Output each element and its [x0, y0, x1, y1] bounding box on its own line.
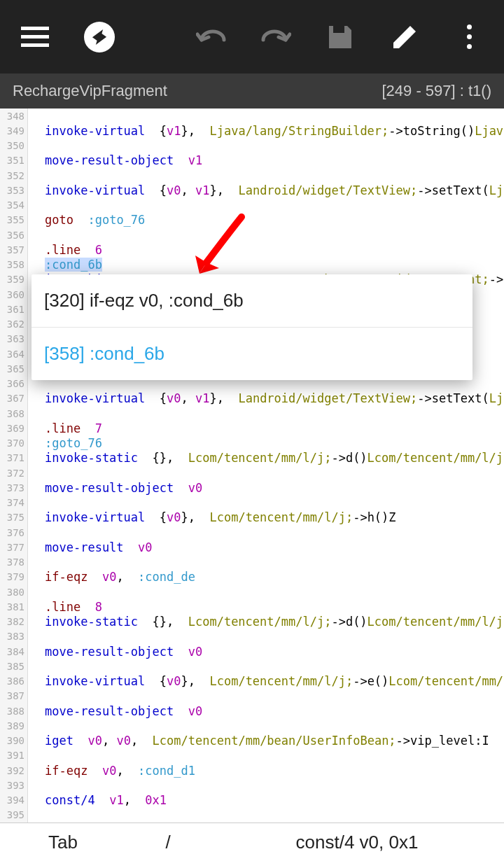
code-line[interactable]: 350	[0, 139, 504, 153]
line-number: 379	[0, 571, 28, 582]
code-line[interactable]: 376	[0, 525, 504, 540]
code-line[interactable]: 375invoke-virtual {v0}, Lcom/tencent/mm/…	[0, 510, 504, 525]
line-number: 367	[0, 393, 28, 404]
code-content: invoke-virtual {v0, v1}, Landroid/widget…	[28, 183, 504, 197]
code-content: if-eqz v0, :cond_d1	[28, 764, 504, 778]
code-line[interactable]: 373move-result-object v0	[0, 480, 504, 495]
code-content: invoke-static {}, Lcom/tencent/mm/l/j;->…	[28, 615, 504, 629]
line-number: 368	[0, 408, 28, 419]
code-line[interactable]: 381.line 8	[0, 599, 504, 614]
bottom-toolbar: Tab / const/4 v0, 0x1	[0, 822, 504, 861]
line-number: 358	[0, 259, 28, 270]
code-line[interactable]: 384move-result-object v0	[0, 644, 504, 659]
code-content: move-result v0	[28, 540, 504, 554]
code-content: move-result-object v1	[28, 153, 504, 167]
line-number: 395	[0, 809, 28, 820]
popup-result-item[interactable]: [358] :cond_6b	[31, 328, 472, 380]
code-line[interactable]: 388move-result-object v0	[0, 704, 504, 718]
search-results-popup: [320] if-eqz v0, :cond_6b [358] :cond_6b	[31, 274, 472, 380]
code-line[interactable]: 374	[0, 496, 504, 510]
code-line[interactable]: 356	[0, 227, 504, 242]
line-number: 374	[0, 497, 28, 508]
line-number: 364	[0, 349, 28, 360]
code-line[interactable]: 348	[0, 108, 504, 123]
line-number: 389	[0, 720, 28, 732]
code-content: move-result-object v0	[28, 645, 504, 659]
code-line[interactable]: 382invoke-static {}, Lcom/tencent/mm/l/j…	[0, 615, 504, 629]
line-number: 348	[0, 111, 28, 122]
line-number: 392	[0, 765, 28, 776]
code-line[interactable]: 380	[0, 584, 504, 599]
line-number: 394	[0, 794, 28, 806]
line-number: 382	[0, 616, 28, 627]
menu-icon[interactable]	[20, 22, 50, 52]
line-number: 356	[0, 230, 28, 241]
code-line[interactable]: 357.line 6	[0, 242, 504, 257]
popup-result-item[interactable]: [320] if-eqz v0, :cond_6b	[31, 274, 472, 328]
line-number: 370	[0, 438, 28, 449]
line-number: 352	[0, 170, 28, 181]
line-number: 359	[0, 274, 28, 285]
code-line[interactable]: 352	[0, 168, 504, 183]
code-line[interactable]: 389	[0, 718, 504, 733]
code-content: invoke-virtual {v1}, Ljava/lang/StringBu…	[28, 124, 504, 138]
line-number: 372	[0, 468, 28, 479]
code-line[interactable]: 390iget v0, v0, Lcom/tencent/mm/bean/Use…	[0, 734, 504, 748]
line-number: 363	[0, 333, 28, 344]
code-line[interactable]: 370:goto_76	[0, 436, 504, 451]
edit-icon[interactable]	[389, 22, 420, 52]
code-line[interactable]: 349invoke-virtual {v1}, Ljava/lang/Strin…	[0, 123, 504, 138]
compass-icon[interactable]	[84, 22, 115, 52]
tab-button[interactable]: Tab	[0, 832, 126, 853]
line-number: 354	[0, 200, 28, 211]
line-number: 381	[0, 601, 28, 612]
code-line[interactable]: 377move-result v0	[0, 540, 504, 554]
line-number: 349	[0, 125, 28, 136]
code-line[interactable]: 358:cond_6b	[0, 258, 504, 272]
code-content: .line 6	[28, 243, 504, 257]
code-content: invoke-virtual {v0}, Lcom/tencent/mm/l/j…	[28, 510, 504, 524]
code-line[interactable]: 355goto :goto_76	[0, 213, 504, 227]
code-line[interactable]: 371invoke-static {}, Lcom/tencent/mm/l/j…	[0, 451, 504, 465]
save-icon[interactable]	[325, 22, 356, 52]
code-line[interactable]: 386invoke-virtual {v0}, Lcom/tencent/mm/…	[0, 674, 504, 689]
code-line[interactable]: 351move-result-object v1	[0, 153, 504, 168]
line-number: 380	[0, 587, 28, 598]
code-line[interactable]: 395	[0, 808, 504, 822]
code-line[interactable]: 353invoke-virtual {v0, v1}, Landroid/wid…	[0, 183, 504, 197]
line-number: 360	[0, 289, 28, 300]
code-content: const/4 v1, 0x1	[28, 793, 504, 807]
redo-icon[interactable]	[260, 22, 291, 52]
code-line[interactable]: 378	[0, 555, 504, 570]
code-content: :goto_76	[28, 436, 504, 450]
line-number: 391	[0, 750, 28, 761]
snippet-button[interactable]: const/4 v0, 0x1	[210, 832, 504, 853]
code-line[interactable]: 367invoke-virtual {v0, v1}, Landroid/wid…	[0, 391, 504, 406]
line-number: 393	[0, 780, 28, 791]
code-line[interactable]: 372	[0, 465, 504, 480]
code-content: if-eqz v0, :cond_de	[28, 570, 504, 584]
code-line[interactable]: 383	[0, 629, 504, 644]
code-content: iget v0, v0, Lcom/tencent/mm/bean/UserIn…	[28, 734, 504, 748]
line-number: 366	[0, 378, 28, 389]
code-line[interactable]: 368	[0, 406, 504, 421]
code-line[interactable]: 354	[0, 198, 504, 213]
code-editor[interactable]: 348349invoke-virtual {v1}, Ljava/lang/St…	[0, 108, 504, 822]
code-line[interactable]: 392if-eqz v0, :cond_d1	[0, 763, 504, 778]
line-number: 369	[0, 423, 28, 434]
line-number: 383	[0, 631, 28, 642]
overflow-icon[interactable]	[454, 22, 484, 52]
code-content: :cond_6b	[28, 258, 504, 272]
code-line[interactable]: 393	[0, 778, 504, 792]
code-line[interactable]: 391	[0, 748, 504, 763]
code-line[interactable]: 385	[0, 659, 504, 673]
slash-button[interactable]: /	[126, 832, 210, 853]
undo-icon[interactable]	[196, 22, 227, 52]
code-line[interactable]: 387	[0, 689, 504, 704]
file-name: RechargeVipFragment	[13, 82, 167, 100]
code-line[interactable]: 369.line 7	[0, 421, 504, 435]
code-line[interactable]: 379if-eqz v0, :cond_de	[0, 570, 504, 584]
line-number: 362	[0, 318, 28, 330]
subbar: RechargeVipFragment [249 - 597] : t1()	[0, 74, 504, 108]
code-line[interactable]: 394const/4 v1, 0x1	[0, 793, 504, 808]
